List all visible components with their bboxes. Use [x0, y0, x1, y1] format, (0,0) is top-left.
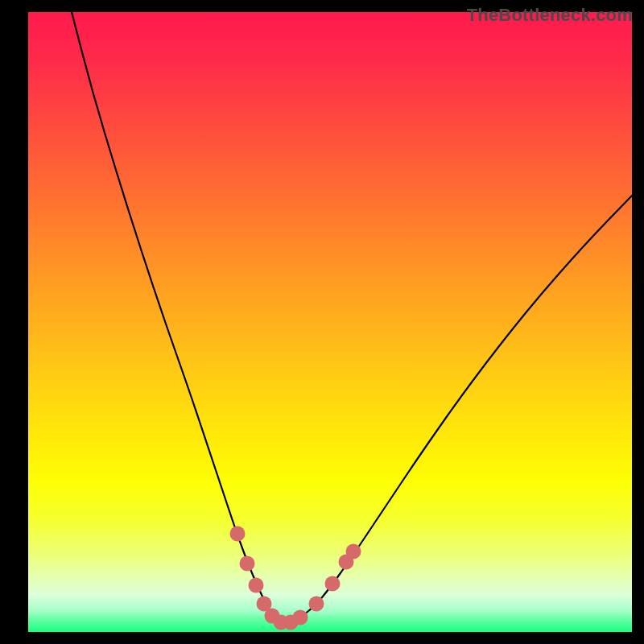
marker-dot: [293, 610, 308, 625]
marker-dot: [249, 578, 264, 593]
chart-frame: TheBottleneck.com: [0, 0, 644, 644]
highlighted-points: [230, 526, 361, 630]
marker-dot: [240, 556, 255, 572]
marker-dot: [346, 544, 361, 559]
marker-dot: [309, 597, 324, 612]
watermark-text: TheBottleneck.com: [467, 5, 633, 26]
marker-dot: [325, 576, 341, 592]
bottleneck-curve: [72, 12, 632, 622]
marker-dot: [230, 526, 246, 542]
chart-svg: [28, 12, 632, 632]
chart-plot-area: [28, 12, 632, 632]
